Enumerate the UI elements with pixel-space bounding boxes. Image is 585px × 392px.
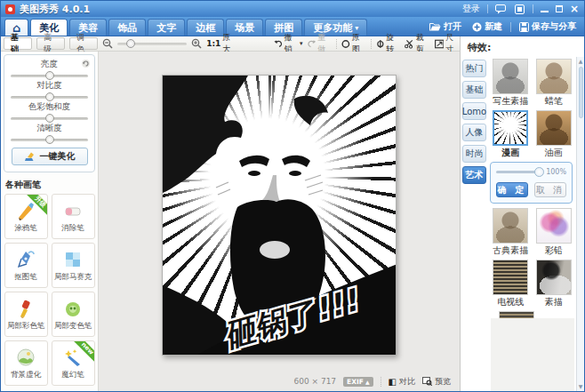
magic-wand-icon [62, 347, 84, 368]
zoom-slider[interactable] [117, 43, 187, 45]
slider-handle[interactable] [534, 167, 544, 177]
reset-icon[interactable] [81, 59, 91, 68]
scissors-icon [405, 39, 414, 49]
save-icon [519, 22, 529, 32]
effect-sketch-drawing[interactable]: 写生素描 [493, 59, 528, 110]
divider [510, 22, 511, 32]
photo-canvas[interactable]: 砸锅了!!! [162, 75, 397, 356]
subtab-basic[interactable]: 基础 [4, 37, 32, 50]
category-art[interactable]: 艺术 [462, 166, 486, 184]
effect-thumbnail [493, 260, 528, 295]
pencil-icon [15, 200, 36, 221]
tab-text[interactable]: 文字 [148, 19, 185, 36]
comic-portrait: 砸锅了!!! [163, 76, 397, 356]
skin-icon[interactable] [514, 4, 525, 14]
compare-button[interactable]: ◧ 对比 [389, 376, 415, 388]
effect-comic-selected[interactable]: 漫画 [493, 110, 528, 162]
effect-crayon[interactable]: 蜡笔 [536, 59, 572, 110]
compare-icon: ◧ [389, 377, 397, 387]
subtab-advanced[interactable]: 高级 [36, 37, 65, 50]
category-fashion[interactable]: 时尚 [462, 145, 486, 163]
paintbrush-icon [15, 298, 36, 319]
canvas-area: 砸锅了!!! 600 × 717 EXIF ▲ ◧ 对比 [99, 52, 460, 391]
titlebar: 美图秀秀 4.0.1 登录 × [1, 1, 584, 17]
effect-strength-slider[interactable] [496, 171, 542, 173]
subtab-tone[interactable]: 调色 [69, 37, 98, 50]
folder-icon [429, 22, 441, 31]
effect-colored-pencil[interactable]: 彩铅 [536, 208, 572, 260]
slider-label: 对比度 [11, 80, 88, 92]
effects-scrollbar[interactable]: ▲ ▼ [576, 57, 584, 391]
scroll-up-icon[interactable]: ▲ [579, 58, 583, 65]
save-share-button[interactable]: 保存与分享 [517, 20, 579, 33]
brush-background-blur[interactable]: 背景虚化 [4, 340, 48, 386]
zoom-in-icon[interactable] [191, 38, 202, 49]
sharpness-slider-row: 清晰度 [11, 123, 88, 141]
effect-classic-sketch[interactable]: 古典素描 [493, 208, 528, 260]
effect-thumbnail [536, 110, 572, 146]
confirm-button[interactable]: 确 定 [496, 182, 528, 197]
eraser-icon [62, 200, 84, 221]
scrollbar-thumb[interactable] [579, 67, 583, 118]
cancel-button[interactable]: 取 消 [534, 182, 566, 197]
resize-icon [435, 39, 445, 49]
effect-sketch[interactable]: 素描 [536, 260, 572, 311]
effect-thumbnail-partial[interactable] [499, 311, 534, 318]
saturation-slider[interactable] [11, 117, 88, 120]
slider-label: 亮度 [11, 59, 88, 70]
strength-value: 100% [546, 168, 566, 176]
brush-cutout-pen[interactable]: 抠图笔 [4, 243, 48, 288]
pen-nib-icon [15, 249, 36, 270]
effect-thumbnail [493, 59, 528, 94]
category-lomo[interactable]: Lomo [462, 102, 486, 120]
brush-magic-pen[interactable]: new 魔幻笔 [52, 340, 95, 386]
brightness-slider[interactable] [11, 75, 88, 77]
preview-button[interactable]: 预览 [422, 376, 451, 388]
effect-thumbnail [493, 208, 528, 244]
effect-oil-painting[interactable]: 油画 [536, 110, 572, 162]
effects-panel: 特效: 热门 基础 Lomo 人像 时尚 艺术 写生素描 [460, 36, 584, 391]
effect-tv-lines[interactable]: 电视线 [493, 260, 528, 311]
feedback-icon[interactable] [495, 4, 507, 14]
tab-decorations[interactable]: 饰品 [108, 19, 146, 36]
brush-grid: 升级 涂鸦笔 消除笔 抠图笔 [4, 194, 95, 386]
brush-local-recolor-pen[interactable]: 局部变色笔 [52, 292, 95, 337]
plus-circle-icon [472, 22, 482, 32]
canvas-statusbar: 600 × 717 EXIF ▲ ◧ 对比 预览 [99, 372, 460, 391]
scroll-down-icon[interactable]: ▼ [579, 383, 583, 390]
category-portrait[interactable]: 人像 [462, 124, 486, 141]
effect-thumbnail [536, 260, 572, 295]
slider-handle[interactable] [45, 92, 54, 101]
contrast-slider[interactable] [11, 96, 88, 99]
zoom-out-icon[interactable] [102, 38, 113, 49]
slider-handle[interactable] [45, 135, 54, 144]
effect-thumbnail [536, 208, 572, 244]
brush-local-color-pen[interactable]: 局部彩色笔 [4, 292, 48, 337]
app-window: 美图秀秀 4.0.1 登录 × ⌂ 美化 美容 饰品 文字 边框 场景 拼图 更… [0, 0, 585, 392]
exif-badge[interactable]: EXIF ▲ [343, 377, 373, 387]
login-link[interactable]: 登录 [462, 3, 480, 15]
triangle-up-icon: ▲ [365, 379, 370, 385]
one-key-beautify-button[interactable]: 一键美化 [12, 148, 88, 165]
adjust-box: 亮度 对比度 色彩饱和度 清晰度 [4, 54, 95, 172]
app-logo-icon [5, 4, 15, 14]
new-button[interactable]: 新建 [469, 20, 505, 33]
category-hot[interactable]: 热门 [462, 60, 486, 77]
sharpness-slider[interactable] [11, 139, 88, 141]
app-title: 美图秀秀 4.0.1 [20, 3, 90, 16]
open-button[interactable]: 打开 [427, 20, 464, 33]
divider [487, 4, 488, 13]
brush-eraser-pen[interactable]: 消除笔 [52, 194, 95, 239]
category-basic[interactable]: 基础 [462, 81, 486, 99]
mosaic-icon [62, 249, 84, 270]
close-button[interactable]: × [570, 4, 579, 13]
slider-handle[interactable] [45, 114, 54, 123]
minimize-button[interactable] [541, 5, 549, 12]
zoom-slider-handle[interactable] [126, 39, 135, 48]
slider-handle[interactable] [45, 71, 54, 80]
divider [336, 39, 337, 49]
maximize-button[interactable] [556, 5, 563, 12]
brush-doodle-pen[interactable]: 升级 涂鸦笔 [4, 194, 48, 239]
brush-local-mosaic[interactable]: 局部马赛克 [52, 243, 95, 288]
divider [533, 4, 533, 13]
